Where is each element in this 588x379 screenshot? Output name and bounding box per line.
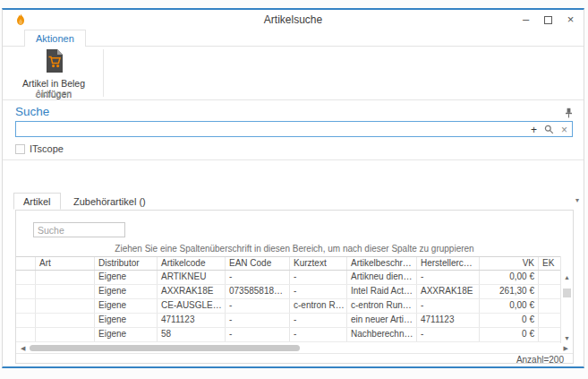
cell-ean: - <box>226 299 290 313</box>
cell-art <box>36 299 95 313</box>
cell-hersteller: 4711123 <box>417 314 480 327</box>
table-row[interactable]: Eigene CE-AUSGLEICHS.A... - c-entron Run… <box>16 299 560 314</box>
ribbon-tab-aktionen[interactable]: Aktionen <box>24 30 86 47</box>
header-distributor[interactable]: Distributor <box>95 257 158 270</box>
cell-ek <box>539 314 560 327</box>
article-grid-panel: Ziehen Sie eine Spaltenüberschrift in di… <box>15 210 574 364</box>
cell-distributor: Eigene <box>95 299 158 313</box>
cell-distributor: Eigene <box>95 285 158 298</box>
close-button[interactable]: × <box>559 10 582 30</box>
search-icon[interactable] <box>544 122 554 138</box>
scroll-up-icon[interactable]: ▲ <box>561 274 573 280</box>
cell-distributor: Eigene <box>95 328 158 341</box>
maximize-button[interactable] <box>537 10 559 30</box>
row-indicator <box>16 271 36 284</box>
cell-kurztext: - <box>290 328 347 341</box>
table-row[interactable]: Eigene 4711123 - - ein neuer Artikel 471… <box>16 314 560 328</box>
header-indicator <box>16 257 36 270</box>
empty-region <box>15 160 573 193</box>
add-criteria-icon[interactable]: + <box>531 124 537 136</box>
horizontal-scrollbar[interactable]: ◀ ▶ <box>17 343 572 353</box>
header-kurztext[interactable]: Kurztext <box>290 257 347 270</box>
itscope-checkbox[interactable] <box>15 144 25 154</box>
result-tab-strip: Artikel Zubehörartikel () ▾ <box>13 193 584 210</box>
table-row[interactable]: Eigene ARTIKNEU - - Artikneu dient für..… <box>16 271 560 285</box>
cell-artikelcode: CE-AUSGLEICHS.A... <box>158 299 226 313</box>
header-artikelcode[interactable]: Artikelcode <box>158 257 226 270</box>
ribbon-group-separator <box>103 49 104 97</box>
main-search-input[interactable] <box>18 123 522 135</box>
search-panel: Suche + × <box>3 100 584 193</box>
cell-art <box>36 285 95 298</box>
window-title: Artikelsuche <box>3 13 584 26</box>
cell-art <box>36 271 95 284</box>
ribbon-tab-strip: Aktionen <box>3 30 584 47</box>
grid-search-input[interactable] <box>33 222 125 237</box>
cell-ean: 0735858180443 <box>226 285 290 298</box>
cell-art <box>36 314 95 327</box>
cell-ean: - <box>226 271 290 284</box>
cell-distributor: Eigene <box>95 314 158 327</box>
cell-ek <box>539 299 560 313</box>
header-vk[interactable]: VK <box>480 257 539 270</box>
row-indicator <box>16 328 36 341</box>
header-art[interactable]: Art <box>36 257 95 270</box>
horizontal-scrollbar-thumb[interactable] <box>30 345 300 351</box>
search-panel-header: Suche <box>15 103 573 119</box>
cell-ean: - <box>226 314 290 327</box>
header-ek[interactable]: EK <box>539 257 560 270</box>
cell-beschreibung: Artikneu dient für... <box>347 271 417 284</box>
cell-kurztext: - <box>290 271 347 284</box>
cell-vk: 261,30 € <box>480 285 539 298</box>
main-search-box: + × <box>15 121 573 137</box>
chevron-down-icon[interactable]: ▾ <box>575 196 579 204</box>
search-panel-title: Suche <box>15 105 49 118</box>
clear-search-icon[interactable]: × <box>561 124 567 136</box>
table-row[interactable]: Eigene 58 - - Nachberechnungsa... - 0 € <box>16 328 560 342</box>
itscope-checkbox-row: ITscope <box>15 142 573 156</box>
header-artikelbeschreibung[interactable]: Artikelbeschreibung <box>347 257 417 270</box>
cell-vk: 0,00 € <box>480 271 539 284</box>
cell-kurztext: c-entron Rundung... <box>290 299 347 313</box>
vertical-scrollbar[interactable]: ▲ ▼ <box>560 256 573 343</box>
search-box-icons: + × <box>531 123 567 136</box>
tab-zubehoerartikel[interactable]: Zubehörartikel () <box>64 194 155 209</box>
itscope-checkbox-label: ITscope <box>30 143 64 154</box>
cell-art <box>36 328 95 341</box>
cell-vk: 0 € <box>480 314 539 327</box>
maximize-icon <box>544 16 552 24</box>
cell-artikelcode: AXXRAK18E <box>158 285 226 298</box>
scroll-left-icon[interactable]: ◀ <box>21 345 25 352</box>
window-controls: – × <box>515 10 582 30</box>
cart-document-icon <box>43 61 65 76</box>
record-count-status: Anzahl=200 <box>16 353 573 363</box>
scroll-down-icon[interactable]: ▼ <box>561 335 573 341</box>
title-bar: Artikelsuche – × <box>3 10 584 30</box>
vertical-scrollbar-thumb[interactable] <box>563 289 571 297</box>
ribbon-group-label: Aktionen <box>13 88 94 99</box>
cell-distributor: Eigene <box>95 271 158 284</box>
pin-icon[interactable] <box>565 106 573 122</box>
header-herstellercode[interactable]: Herstellercode <box>417 257 480 270</box>
cell-ek <box>539 328 560 341</box>
scroll-right-icon[interactable]: ▶ <box>564 345 568 352</box>
row-indicator <box>16 314 36 327</box>
tab-artikel[interactable]: Artikel <box>13 193 61 210</box>
row-indicator <box>16 299 36 313</box>
ribbon-body: Artikel in Beleg einfügen Aktionen <box>3 47 584 100</box>
cell-hersteller: - <box>417 299 480 313</box>
cell-beschreibung: c-entron Rundung... <box>347 299 417 313</box>
minimize-button[interactable]: – <box>515 10 537 30</box>
cell-vk: 0 € <box>480 328 539 341</box>
cell-beschreibung: Nachberechnungsa... <box>347 328 417 341</box>
cell-kurztext: - <box>290 314 347 327</box>
cell-artikelcode: 58 <box>158 328 226 341</box>
cell-beschreibung: ein neuer Artikel <box>347 314 417 327</box>
header-ean-code[interactable]: EAN Code <box>226 257 290 270</box>
table-row[interactable]: Eigene AXXRAK18E 0735858180443 - Intel R… <box>16 285 560 299</box>
row-indicator <box>16 285 36 298</box>
cell-vk: 0,00 € <box>480 299 539 313</box>
cell-hersteller: - <box>417 271 480 284</box>
cell-ek <box>539 271 560 284</box>
article-table: Art Distributor Artikelcode EAN Code Kur… <box>16 256 560 342</box>
